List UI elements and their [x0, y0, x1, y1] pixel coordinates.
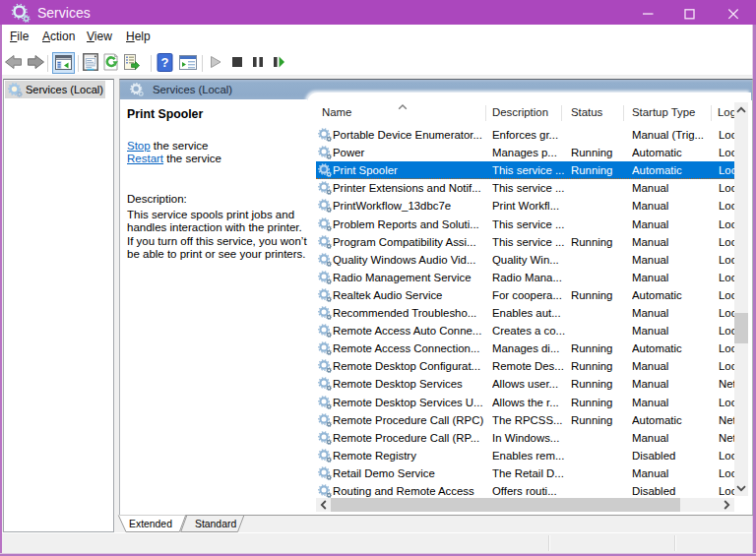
- svg-text:Extended: Extended: [129, 519, 172, 529]
- svg-text:Standard: Standard: [195, 519, 236, 529]
- svg-text:?: ?: [161, 55, 169, 70]
